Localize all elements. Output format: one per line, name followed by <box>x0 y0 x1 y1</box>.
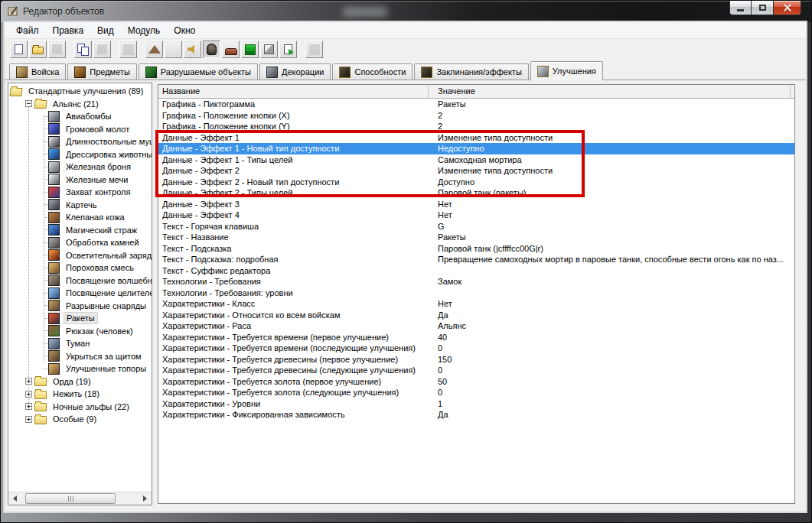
tree-item[interactable]: Железные мечи <box>8 174 152 187</box>
table-row[interactable]: Характеристики - Требуется древесины (сл… <box>158 365 794 376</box>
tree-item[interactable]: Пороховая смесь <box>8 262 152 274</box>
tree-item[interactable]: Стандартные улучшения (89) <box>8 85 152 98</box>
tree-item[interactable]: Посвящение целителей <box>8 287 152 300</box>
paste-button[interactable] <box>93 41 111 58</box>
tree-item[interactable]: +Ночные эльфы (22) <box>8 401 152 414</box>
tree-item[interactable]: Разрывные снаряды <box>8 300 152 313</box>
table-row[interactable]: Данные - Эффект 2Изменение типа доступно… <box>158 165 794 177</box>
column-divider[interactable] <box>428 85 429 98</box>
table-row[interactable]: Данные - Эффект 4Нет <box>158 210 794 221</box>
column-divider[interactable] <box>790 85 791 98</box>
table-row[interactable]: Графика - ПиктограммаРакеты <box>158 99 794 110</box>
tree-item[interactable]: Захват контроля <box>8 186 152 199</box>
tab-buffs[interactable]: Заклинания/эффекты <box>414 63 528 80</box>
tree-item[interactable]: +Особые (9) <box>8 413 152 426</box>
expand-icon[interactable]: + <box>25 416 32 423</box>
tree-item[interactable]: Громовой молот <box>8 123 152 136</box>
tab-units[interactable]: Войска <box>9 63 66 80</box>
tree-item[interactable]: Улучшенные топоры <box>8 362 152 375</box>
scroll-right-arrow[interactable] <box>139 492 152 505</box>
tree-item[interactable]: Туман <box>8 337 152 350</box>
expand-icon[interactable]: + <box>25 378 32 385</box>
tree-item[interactable]: Посвящение волшебниц <box>8 274 152 287</box>
tree-item[interactable]: Авиабомбы <box>8 110 152 123</box>
expand-icon[interactable]: + <box>25 403 32 410</box>
tree-item[interactable]: Клепаная кожа <box>8 211 152 224</box>
table-row[interactable]: Характеристики - Требуется времени (перв… <box>158 332 794 343</box>
terrain-editor-button[interactable] <box>145 41 163 58</box>
tree-item[interactable]: +Нежить (18) <box>8 388 152 401</box>
trigger-editor-button[interactable] <box>165 41 182 58</box>
table-row[interactable]: Данные - Эффект 1 - Новый тип доступност… <box>158 143 794 154</box>
maximize-button[interactable] <box>752 1 773 15</box>
table-row[interactable]: Характеристики - Требуется древесины (пе… <box>158 354 794 365</box>
save-map-button[interactable] <box>48 41 66 58</box>
menu-item-Вид[interactable]: Вид <box>90 23 121 38</box>
tree-item[interactable]: Рюкзак (человек) <box>8 325 152 338</box>
table-row[interactable]: Текст - ПодсказкаПаровой танк (|cffffcc0… <box>158 243 794 255</box>
scrollbar-thumb[interactable] <box>25 493 116 504</box>
expand-icon[interactable]: + <box>25 391 32 398</box>
table-row[interactable]: Данные - Эффект 2 - Типы целейПаровой та… <box>158 187 794 199</box>
table-row[interactable]: Текст - Горячая клавишаG <box>158 221 794 232</box>
tree-item[interactable]: Картечь <box>8 199 152 212</box>
object-editor-button[interactable] <box>203 41 220 58</box>
tree-item[interactable]: Магический страж <box>8 224 152 237</box>
table-row[interactable]: Характеристики - Требуется золота (следу… <box>158 387 794 398</box>
table-row[interactable]: Текст - НазваниеРакеты <box>158 232 794 243</box>
table-row[interactable]: Характеристики - Фиксированная зависимос… <box>158 409 794 421</box>
table-row[interactable]: Характеристики - Уровни1 <box>158 398 794 410</box>
tab-destructibles[interactable]: Разрушаемые объекты <box>139 63 258 80</box>
copy-button[interactable] <box>74 41 92 58</box>
table-row[interactable]: Графика - Положение кнопки (X)2 <box>158 110 794 122</box>
table-row[interactable]: Данные - Эффект 3Нет <box>158 199 794 210</box>
tab-doodads[interactable]: Декорации <box>259 63 331 80</box>
sound-editor-button[interactable] <box>184 41 201 58</box>
table-row[interactable]: Данные - Эффект 1Изменение типа доступно… <box>158 132 794 144</box>
table-row[interactable]: Технологии - Требования: уровни <box>158 287 794 299</box>
tree-item[interactable]: Дрессировка животных <box>8 148 152 161</box>
tree-item[interactable]: +Орда (19) <box>8 375 152 388</box>
undo-button[interactable] <box>119 41 137 58</box>
menu-item-Модуль[interactable]: Модуль <box>121 23 168 38</box>
table-row[interactable]: Графика - Положение кнопки (Y)2 <box>158 121 794 132</box>
tree-item[interactable]: Укрыться за щитом <box>8 350 152 363</box>
new-map-button[interactable] <box>10 41 28 58</box>
table-row[interactable]: Технологии - ТребованияЗамок <box>158 276 794 287</box>
table-row[interactable]: Характеристики - КлассНет <box>158 298 794 310</box>
collapse-icon[interactable]: − <box>25 100 32 107</box>
horizontal-scrollbar[interactable] <box>8 492 152 505</box>
menu-item-Правка[interactable]: Правка <box>46 23 91 38</box>
table-row[interactable]: Характеристики - Относится ко всем войск… <box>158 310 794 321</box>
import-manager-button[interactable] <box>279 41 297 58</box>
titlebar[interactable]: Редактор объектов <box>1 1 811 22</box>
column-header-name[interactable]: Название <box>162 86 200 96</box>
campaign-editor-button[interactable] <box>222 41 240 58</box>
tree-item[interactable]: Обработка камней <box>8 236 152 249</box>
tree-item[interactable]: Железная броня <box>8 161 152 174</box>
table-row[interactable]: Данные - Эффект 2 - Новый тип доступност… <box>158 177 794 188</box>
table-row[interactable]: Текст - Подсказка: подробнаяПревращение … <box>158 254 794 265</box>
object-manager-button[interactable] <box>260 41 278 58</box>
tree-item[interactable]: Ракеты <box>8 312 152 325</box>
tab-items[interactable]: Предметы <box>67 63 137 80</box>
open-map-button[interactable] <box>29 41 47 58</box>
table-row[interactable]: Текст - Суффикс редактора <box>158 265 794 277</box>
menu-item-Окно[interactable]: Окно <box>167 23 202 38</box>
scroll-left-arrow[interactable] <box>8 492 21 505</box>
column-header-value[interactable]: Значение <box>438 86 475 96</box>
tree-item[interactable]: −Альянс (21) <box>8 98 152 111</box>
menu-item-Файл[interactable]: Файл <box>9 23 46 38</box>
tree-item[interactable]: Длинноствольные мушкеты <box>8 135 152 148</box>
tab-abilities[interactable]: Способности <box>332 63 413 80</box>
table-row[interactable]: Характеристики - Требуется времени (посл… <box>158 343 794 354</box>
close-button[interactable] <box>773 1 801 15</box>
tab-upgrades[interactable]: Улучшения <box>530 61 603 80</box>
ai-editor-button[interactable] <box>241 41 259 58</box>
test-map-button[interactable] <box>305 41 323 58</box>
table-row[interactable]: Характеристики - Требуется золота (перво… <box>158 376 794 388</box>
tree-item[interactable]: Осветительный заряд <box>8 249 152 262</box>
table-row[interactable]: Данные - Эффект 1 - Типы целейСамоходная… <box>158 154 794 166</box>
minimize-button[interactable] <box>729 1 752 15</box>
table-row[interactable]: Характеристики - РасаАльянс <box>158 320 794 332</box>
